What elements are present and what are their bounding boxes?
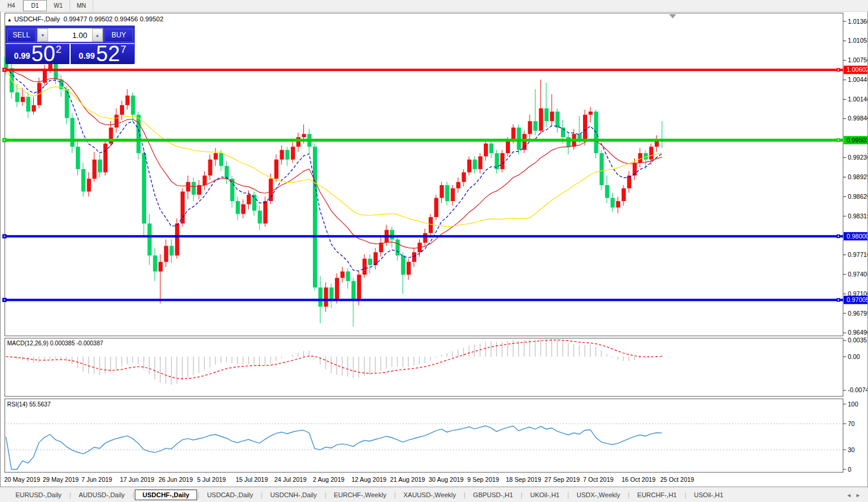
sell-price-tile[interactable]: 0.99502: [6, 44, 69, 64]
tab-divider: |: [261, 491, 262, 498]
buy-price-prefix: 0.99: [79, 51, 95, 61]
mt4-terminal: H4D1W1MN 1.013601.010551.007501.004451.0…: [0, 0, 868, 502]
sell-price-pip: 2: [56, 44, 61, 56]
chart-tab-usdcnhdaily[interactable]: USDCNH-,Daily: [263, 490, 324, 500]
tab-scroll-left-icon[interactable]: ◂: [847, 491, 851, 499]
tab-scroll-arrows: ◂▸: [847, 491, 860, 499]
tab-divider: |: [132, 491, 134, 498]
tab-divider: |: [394, 491, 396, 498]
volume-increase-icon[interactable]: ▲: [92, 28, 103, 42]
collapse-triangle-icon[interactable]: ▲: [7, 17, 12, 23]
chart-tab-usoilh1[interactable]: USOil-,H1: [687, 490, 731, 500]
chart-tab-audusddaily[interactable]: AUDUSD-,Daily: [71, 490, 132, 500]
chart-tab-usdxweekly[interactable]: USDX-,Weekly: [569, 490, 627, 500]
tab-divider: |: [324, 491, 326, 498]
tab-divider: |: [628, 491, 629, 498]
chart-tab-xauusdweekly[interactable]: XAUUSD-,Weekly: [397, 490, 463, 500]
chart-tab-usdchfdaily[interactable]: USDCHF-,Daily: [135, 490, 197, 500]
volume-stepper: ▼ ▲: [37, 28, 103, 42]
buy-price-pip: 7: [121, 44, 126, 56]
chart-tab-eurchfh1[interactable]: EURCHF-,H1: [630, 490, 684, 500]
timeframe-button-d1[interactable]: D1: [23, 0, 47, 11]
chart-ohlc-values: 0.99477 0.99502 0.99456 0.99502: [64, 15, 163, 23]
chart-tab-usdcaddaily[interactable]: USDCAD-,Daily: [200, 490, 261, 500]
buy-price-big: 52: [96, 45, 120, 63]
chart-title: ▲USDCHF-,Daily 0.99477 0.99502 0.99456 0…: [7, 15, 163, 23]
timeframe-toolbar: H4D1W1MN: [0, 0, 868, 12]
timeframe-button-mn[interactable]: MN: [70, 0, 93, 11]
volume-decrease-icon[interactable]: ▼: [37, 28, 48, 42]
chart-tab-gbpusdh1[interactable]: GBPUSD-,H1: [466, 490, 520, 500]
chart-window: [0, 11, 868, 488]
rsi-indicator-label: RSI(14) 55.5637: [7, 401, 50, 408]
chart-tab-eurchfweekly[interactable]: EURCHF-,Weekly: [327, 490, 393, 500]
buy-price-tile[interactable]: 0.99527: [71, 44, 134, 64]
chart-tab-eurusddaily[interactable]: EURUSD-,Daily: [8, 490, 69, 500]
tab-divider: |: [521, 491, 522, 498]
chart-symbol-label: USDCHF-,Daily: [14, 15, 60, 23]
tab-divider: |: [567, 491, 569, 498]
tab-divider: |: [685, 491, 686, 498]
tab-divider: |: [198, 491, 199, 498]
sell-price-prefix: 0.99: [14, 51, 30, 61]
chart-tabs-bar: EURUSD-,Daily|AUDUSD-,Daily|USDCHF-,Dail…: [0, 487, 868, 502]
timeframe-button-h4[interactable]: H4: [0, 0, 23, 11]
tab-divider: |: [69, 491, 71, 498]
tab-divider: |: [464, 491, 465, 498]
buy-button[interactable]: BUY: [104, 28, 133, 42]
sell-price-big: 50: [31, 45, 55, 63]
timeframe-button-w1[interactable]: W1: [47, 0, 70, 11]
volume-input[interactable]: [48, 28, 92, 42]
chart-tabs: EURUSD-,Daily|AUDUSD-,Daily|USDCHF-,Dail…: [0, 487, 730, 502]
chart-tab-ukoilh1[interactable]: UKOil-,H1: [523, 490, 567, 500]
tab-scroll-right-icon[interactable]: ▸: [856, 491, 860, 499]
macd-indicator-label: MACD(12,26,9) 0.000385 -0.000387: [7, 340, 103, 347]
one-click-trading-panel: SELL ▼ ▲ BUY 0.99502 0.99527: [6, 26, 134, 63]
sell-button[interactable]: SELL: [7, 28, 36, 42]
